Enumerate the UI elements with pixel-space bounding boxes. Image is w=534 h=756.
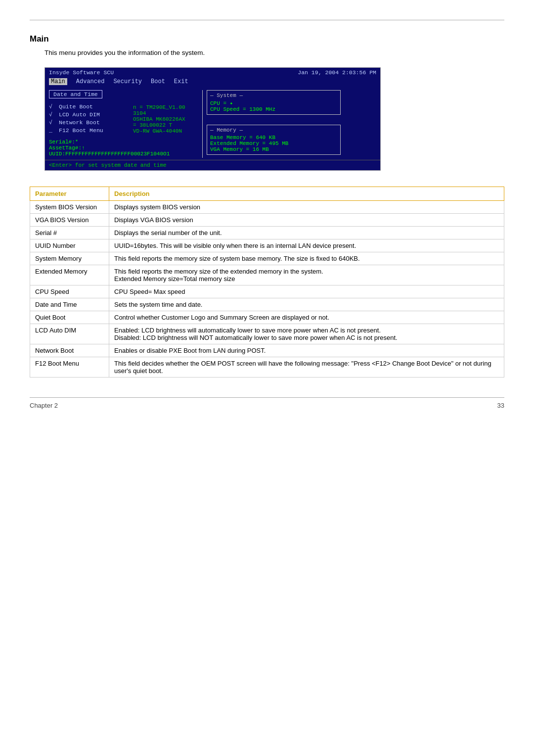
bios-datetime: Jan 19, 2004 2:03:56 PM	[298, 69, 376, 76]
table-header-parameter: Parameter	[30, 187, 109, 201]
table-cell-param: System BIOS Version	[30, 201, 109, 214]
table-cell-param: LCD Auto DIM	[30, 324, 109, 344]
table-row: F12 Boot MenuThis field decides whether …	[30, 357, 504, 378]
table-cell-param: Serial #	[30, 227, 109, 239]
table-cell-desc: Displays VGA BIOS version	[109, 214, 504, 227]
parameter-table: Parameter Description System BIOS Versio…	[30, 187, 504, 378]
table-cell-desc: This field decides whether the OEM POST …	[109, 357, 504, 378]
table-cell-desc: UUID=16bytes. This will be visible only …	[109, 239, 504, 252]
table-cell-param: VGA BIOS Version	[30, 214, 109, 227]
bios-item-lcdautodim: √ LCD Auto DIM	[49, 111, 128, 118]
bios-menu-boot: Boot	[151, 78, 165, 85]
quietboot-check: √	[49, 103, 59, 110]
bios-menu-exit: Exit	[174, 78, 188, 85]
bios-item-networkboot: √ Network Boot	[49, 119, 128, 126]
bios-vga-mem: VGA Memory = 16 MB	[210, 146, 337, 152]
bios-status-bar: <Enter> for set system date and time	[45, 160, 380, 170]
bios-topbar: Insyde Software SCU Jan 19, 2004 2:03:56…	[45, 68, 380, 77]
bios-serial: Serial#:*	[49, 139, 202, 145]
bios-asset: AssetTag#:↑	[49, 145, 202, 151]
bios-system-title: — System —	[210, 93, 337, 98]
table-cell-desc: Enabled: LCD brightness will automatical…	[109, 324, 504, 344]
table-cell-desc: Sets the system time and date.	[109, 298, 504, 311]
bios-right-panel: — System — CPU = ✦ CPU Speed = 1300 MHz …	[202, 90, 341, 158]
networkboot-label: Network Boot	[59, 119, 100, 126]
footer: Chapter 2 33	[30, 397, 504, 409]
bios-screenshot: Insyde Software SCU Jan 19, 2004 2:03:56…	[44, 67, 381, 171]
bios-menu-security: Security	[113, 78, 142, 85]
section-intro: This menu provides you the information o…	[44, 49, 504, 56]
bios-uuid: UUID:FFFFFFFFFFFFFFFFFFFF00023F1040O1	[49, 151, 202, 157]
bios-cpu-speed: CPU Speed = 1300 MHz	[210, 106, 337, 112]
table-cell-desc: Displays the serial number of the unit.	[109, 227, 504, 239]
table-row: System MemoryThis field reports the memo…	[30, 252, 504, 265]
table-row: VGA BIOS VersionDisplays VGA BIOS versio…	[30, 214, 504, 227]
bios-cpu: CPU = ✦	[210, 100, 337, 106]
table-cell-param: Network Boot	[30, 344, 109, 357]
bios-sub4: = 38L00022 T	[133, 122, 202, 128]
bios-sub3: OSHIBA MK60226AX	[133, 116, 202, 122]
bios-software-label: Insyde Software SCU	[49, 69, 114, 76]
bios-system-box: — System — CPU = ✦ CPU Speed = 1300 MHz	[207, 90, 341, 115]
table-row: Extended MemoryThis field reports the me…	[30, 265, 504, 285]
footer-chapter: Chapter 2	[30, 402, 58, 409]
table-row: UUID NumberUUID=16bytes. This will be vi…	[30, 239, 504, 252]
bios-ext-mem: Extended Memory = 495 MB	[210, 141, 337, 146]
table-row: Network BootEnables or disable PXE Boot …	[30, 344, 504, 357]
table-row: CPU SpeedCPU Speed= Max speed	[30, 285, 504, 298]
bios-menubar: Main Advanced Security Boot Exit	[45, 77, 380, 87]
bios-memory-box: — Memory — Base Memory = 640 KB Extended…	[207, 125, 341, 155]
table-cell-desc: This field reports the memory size of th…	[109, 265, 504, 285]
table-cell-desc: Enables or disable PXE Boot from LAN dur…	[109, 344, 504, 357]
table-cell-param: F12 Boot Menu	[30, 357, 109, 378]
bios-sub2: 3104	[133, 110, 202, 116]
table-cell-desc: Control whether Customer Logo and Summar…	[109, 311, 504, 324]
table-header-description: Description	[109, 187, 504, 201]
bios-memory-title: — Memory —	[210, 127, 337, 133]
top-rule	[30, 20, 504, 20]
table-row: System BIOS VersionDisplays system BIOS …	[30, 201, 504, 214]
table-row: Quiet BootControl whether Customer Logo …	[30, 311, 504, 324]
table-row: Serial #Displays the serial number of th…	[30, 227, 504, 239]
bios-date-box: Date and Time	[49, 90, 102, 98]
table-cell-desc: Displays system BIOS version	[109, 201, 504, 214]
table-cell-param: Date and Time	[30, 298, 109, 311]
table-cell-param: Extended Memory	[30, 265, 109, 285]
table-cell-param: CPU Speed	[30, 285, 109, 298]
f12boot-label: F12 Boot Menu	[59, 127, 103, 134]
bios-serial-section: Serial#:* AssetTag#:↑ UUID:FFFFFFFFFFFFF…	[49, 139, 202, 157]
table-cell-param: UUID Number	[30, 239, 109, 252]
table-cell-param: System Memory	[30, 252, 109, 265]
bios-sub1: n = TM290E_V1.00	[133, 104, 202, 110]
bios-item-f12boot: _ F12 Boot Menu	[49, 127, 128, 134]
bios-menu-advanced: Advanced	[76, 78, 105, 85]
table-cell-desc: This field reports the memory size of sy…	[109, 252, 504, 265]
table-cell-desc: CPU Speed= Max speed	[109, 285, 504, 298]
lcdautodim-check: √	[49, 111, 59, 118]
bios-item-quietboot: √ Quite Boot	[49, 103, 128, 110]
f12boot-check: _	[49, 127, 59, 134]
networkboot-check: √	[49, 119, 59, 126]
bios-subinfo: n = TM290E_V1.00 3104 OSHIBA MK60226AX =…	[133, 103, 202, 135]
footer-page: 33	[497, 402, 504, 409]
table-row: LCD Auto DIMEnabled: LCD brightness will…	[30, 324, 504, 344]
bios-base-mem: Base Memory = 640 KB	[210, 135, 337, 141]
bios-menu-main: Main	[49, 78, 67, 85]
lcdautodim-label: LCD Auto DIM	[59, 111, 100, 118]
bios-body: Date and Time √ Quite Boot √ LCD Auto DI…	[45, 87, 380, 160]
bios-sub5: VD-RW GWA-4040N	[133, 128, 202, 134]
bios-left-panel: Date and Time √ Quite Boot √ LCD Auto DI…	[49, 90, 202, 158]
section-title: Main	[30, 34, 504, 44]
quietboot-label: Quite Boot	[59, 103, 93, 110]
table-row: Date and TimeSets the system time and da…	[30, 298, 504, 311]
table-cell-param: Quiet Boot	[30, 311, 109, 324]
